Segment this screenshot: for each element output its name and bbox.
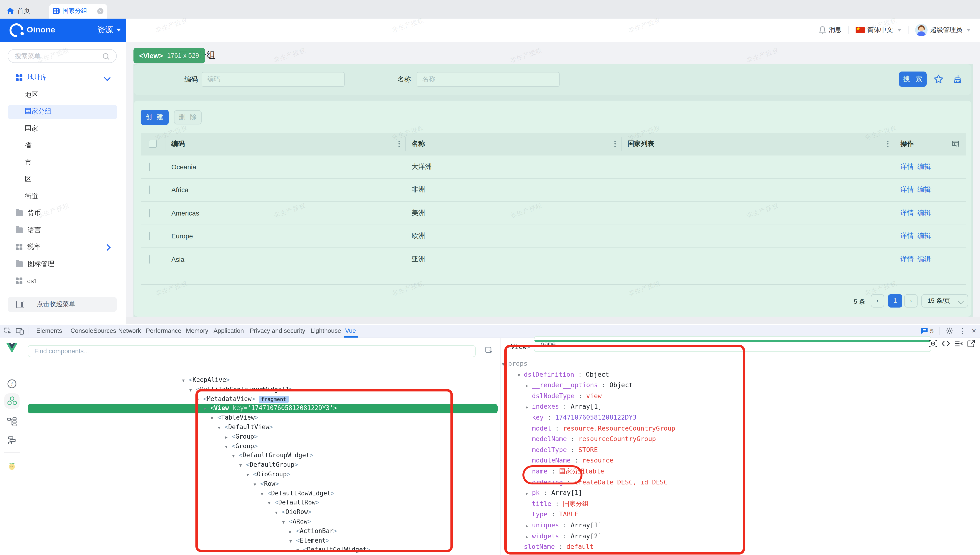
- user-menu[interactable]: 超级管理员: [915, 24, 970, 36]
- vue-routes-tab-icon[interactable]: [4, 433, 19, 448]
- console-messages-indicator[interactable]: 5: [921, 327, 934, 334]
- expand-list-icon[interactable]: [954, 340, 963, 348]
- inspect-dom-icon[interactable]: [929, 340, 937, 348]
- devtools-tab-vue[interactable]: Vue: [345, 325, 356, 337]
- devtools-tab-sources[interactable]: Sources: [93, 325, 116, 337]
- settings-gear-icon[interactable]: [945, 327, 953, 335]
- chevron-down-icon: [967, 29, 970, 31]
- devtools-tab-memory[interactable]: Memory: [186, 325, 208, 337]
- kebab-menu-icon[interactable]: ⋮: [959, 327, 966, 335]
- annotation-rect-tree: [195, 389, 453, 552]
- browser-home-tab[interactable]: 首页: [7, 4, 30, 18]
- china-flag-icon: ★: [855, 27, 865, 34]
- sidebar-item-city[interactable]: 市: [0, 155, 126, 170]
- sidebar-item-region[interactable]: 地区: [0, 88, 126, 102]
- browser-active-tab[interactable]: 国家分组 ×: [49, 4, 107, 18]
- pinia-tab-icon[interactable]: [4, 458, 19, 473]
- device-toolbar-icon[interactable]: [16, 327, 24, 335]
- devtools-close-icon[interactable]: ×: [972, 327, 976, 335]
- sidebar-item-address-lib[interactable]: 地址库: [0, 71, 126, 85]
- folder-icon: [16, 227, 23, 233]
- collapse-menu-button[interactable]: 点击收起菜单: [8, 297, 117, 311]
- open-external-icon[interactable]: [967, 340, 975, 348]
- tab-close-icon[interactable]: ×: [97, 8, 103, 14]
- app-header-bar: 消息 ★ 简体中文 超级管理员: [126, 18, 980, 42]
- devtools-tab-privacy[interactable]: Privacy and security: [250, 325, 305, 337]
- grid-icon: [16, 244, 22, 250]
- sidebar-item-tax-rate[interactable]: 税率: [0, 240, 126, 254]
- page-bottom-strip: [126, 316, 980, 324]
- tab-favicon-icon: [53, 8, 59, 14]
- vue-panel-icon-strip: i: [0, 338, 24, 555]
- grid-icon: [16, 278, 22, 284]
- chevron-down-icon: [116, 29, 121, 32]
- browser-tab-strip: 首页 国家分组 ×: [0, 0, 980, 18]
- devtools: Elements Console Sources Network Perform…: [0, 324, 980, 555]
- vue-logo-icon: [6, 343, 18, 353]
- active-tab-label: 国家分组: [62, 7, 87, 16]
- annotation-rect-props: [504, 345, 745, 555]
- svg-text:i: i: [11, 381, 13, 387]
- messages-button[interactable]: 消息: [819, 26, 842, 34]
- sidebar-item-language[interactable]: 语言: [0, 223, 126, 237]
- inspect-tooltip: <View> 1761 x 529: [133, 48, 205, 63]
- avatar: [915, 24, 927, 36]
- sidebar-item-district[interactable]: 区: [0, 172, 126, 186]
- devtools-tab-lighthouse[interactable]: Lighthouse: [311, 325, 341, 337]
- chevron-down-icon: [897, 29, 901, 31]
- vue-timeline-tab-icon[interactable]: [4, 414, 19, 429]
- app-menu-dropdown[interactable]: 资源: [97, 25, 121, 35]
- sidebar-item-province[interactable]: 省: [0, 138, 126, 152]
- devtools-tab-console[interactable]: Console: [70, 325, 93, 337]
- grid-icon: [16, 74, 22, 81]
- vue-components-tab-icon[interactable]: [4, 393, 19, 409]
- sidebar-item-cs1[interactable]: cs1: [0, 274, 126, 288]
- chevron-right-icon: [104, 244, 110, 251]
- sidebar-item-icon-mgmt[interactable]: 图标管理: [0, 257, 126, 271]
- view-source-icon[interactable]: [942, 340, 950, 348]
- oinone-logo-icon: [7, 20, 26, 40]
- devtools-tab-elements[interactable]: Elements: [36, 325, 62, 337]
- collapse-panel-icon: [16, 301, 24, 308]
- home-icon: [7, 8, 14, 14]
- sidebar-item-street[interactable]: 街道: [0, 189, 126, 203]
- tree-node[interactable]: ▼<KeepAlive>: [182, 376, 230, 383]
- annotation-circle-name: [522, 465, 583, 484]
- chevron-down-icon: [104, 74, 110, 81]
- logo-text: Oinone: [27, 25, 55, 35]
- sidebar-item-country[interactable]: 国家: [0, 121, 126, 136]
- vue-info-tab-icon[interactable]: i: [4, 376, 19, 391]
- inspect-element-icon[interactable]: [4, 327, 11, 335]
- sidebar: 搜索菜单 地址库 地区 国家分组 国家 省 市 区 街道 货币 语言 税率 图标…: [0, 42, 127, 324]
- devtools-tab-application[interactable]: Application: [213, 325, 244, 337]
- folder-icon: [16, 261, 23, 267]
- devtools-tab-network[interactable]: Network: [118, 325, 141, 337]
- vue-inspect-overlay: [133, 64, 973, 316]
- bell-icon: [819, 26, 826, 34]
- home-tab-label: 首页: [17, 7, 30, 15]
- folder-icon: [16, 210, 23, 216]
- sidebar-item-country-group[interactable]: 国家分组: [0, 104, 126, 119]
- search-icon: [102, 53, 110, 60]
- app-header-brand: Oinone 资源: [0, 18, 126, 42]
- chat-bubble-icon: [921, 327, 928, 334]
- devtools-tab-performance[interactable]: Performance: [146, 325, 181, 337]
